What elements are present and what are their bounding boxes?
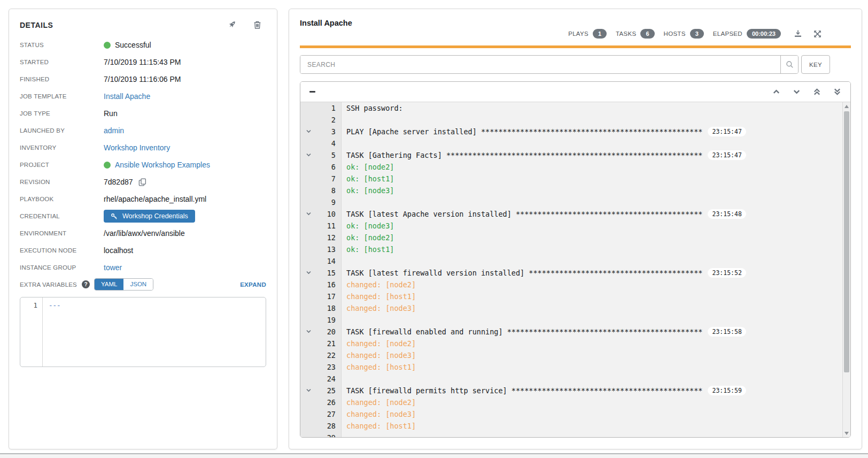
log-line: 10TASK [latest Apache version installed]… xyxy=(300,208,842,220)
log-line-number: 8 xyxy=(300,185,342,196)
detail-label-project: PROJECT xyxy=(20,162,104,168)
expand-output-button[interactable] xyxy=(813,30,821,38)
detail-value-launched-by: admin xyxy=(104,126,124,135)
log-line-number: 2 xyxy=(300,114,342,126)
log-line-text: changed: [node3] xyxy=(342,408,416,420)
log-line: 3PLAY [Apache server installed] ********… xyxy=(300,126,842,138)
stat-badge: 6 xyxy=(640,29,654,39)
search-input[interactable] xyxy=(300,56,780,73)
download-icon xyxy=(794,29,802,38)
log-line-text: changed: [node3] xyxy=(342,349,416,361)
detail-row-project: PROJECTAnsible Workshop Examples xyxy=(20,156,266,173)
detail-inventory-value[interactable]: Workshop Inventory xyxy=(104,143,170,152)
log-line-text: SSH password: xyxy=(342,102,403,114)
log-line-number: 23 xyxy=(300,361,342,373)
expand-task-icon[interactable] xyxy=(306,128,312,134)
log-lines: 1SSH password:23PLAY [Apache server inst… xyxy=(300,102,842,438)
log-line-number: 5 xyxy=(300,149,342,161)
detail-row-launched-by: LAUNCHED BYadmin xyxy=(20,122,266,139)
log-line-text: TASK [Gathering Facts] *****************… xyxy=(342,149,702,161)
detail-row-finished: FINISHED7/10/2019 11:16:06 PM xyxy=(20,71,266,88)
log-line-number: 1 xyxy=(300,102,342,114)
log-line-text: ok: [node3] xyxy=(342,185,394,196)
log-line-number: 20 xyxy=(300,326,342,338)
log-line-number: 29 xyxy=(300,432,342,438)
log-line: 12ok: [node2] xyxy=(300,232,842,243)
expand-variables-link[interactable]: EXPAND xyxy=(240,281,266,288)
output-actions xyxy=(794,29,821,38)
stat-plays: PLAYS1 xyxy=(568,29,607,39)
detail-row-status: STATUSSuccessful xyxy=(20,36,266,54)
relaunch-button[interactable] xyxy=(227,20,237,30)
log-line-number: 13 xyxy=(300,243,342,255)
scrollbar-down-arrow[interactable] xyxy=(844,432,849,435)
expand-task-icon[interactable] xyxy=(306,211,312,217)
event-time-badge: 23:15:58 xyxy=(708,327,746,337)
detail-value-playbook: rhel/apache/apache_install.yml xyxy=(104,195,206,203)
detail-row-environment: ENVIRONMENT/var/lib/awx/venv/ansible xyxy=(20,225,266,242)
log-line: 20TASK [firewalld enabled and running] *… xyxy=(300,326,842,338)
expand-task-icon[interactable] xyxy=(306,270,312,276)
editor-content[interactable]: --- xyxy=(43,297,266,367)
detail-job-template-value[interactable]: Install Apache xyxy=(104,92,150,101)
scrollbar-thumb[interactable] xyxy=(844,111,849,372)
expand-task-icon[interactable] xyxy=(306,152,312,158)
expand-task-icon[interactable] xyxy=(306,329,312,334)
detail-row-revision: REVISION7d82d87 xyxy=(20,173,266,190)
search-submit-button[interactable] xyxy=(780,56,798,73)
scroll-controls xyxy=(772,88,841,96)
log-line: 27changed: [node3] xyxy=(300,408,842,420)
delete-button[interactable] xyxy=(253,20,262,30)
copy-icon[interactable] xyxy=(138,178,146,186)
log-line-text xyxy=(342,432,346,438)
collapse-all-icon[interactable] xyxy=(309,91,315,93)
status-dot xyxy=(104,162,111,169)
detail-label-instance-group: INSTANCE GROUP xyxy=(20,264,104,271)
double-chevron-up-icon[interactable] xyxy=(813,88,821,96)
log-line-number: 27 xyxy=(300,408,342,420)
extra-variables-editor[interactable]: 1 --- xyxy=(20,297,266,367)
detail-execution-node-value: localhost xyxy=(104,246,133,255)
event-time-badge: 23:15:59 xyxy=(708,386,746,395)
double-chevron-down-icon[interactable] xyxy=(833,88,841,96)
credential-badge[interactable]: Workshop Credentials xyxy=(104,210,195,223)
log-line-text xyxy=(342,255,346,267)
log-line-text: changed: [node2] xyxy=(342,338,416,349)
detail-project-value[interactable]: Ansible Workshop Examples xyxy=(115,161,210,169)
detail-label-finished: FINISHED xyxy=(20,76,104,82)
help-icon[interactable]: ? xyxy=(82,280,90,288)
expand-task-icon[interactable] xyxy=(306,387,312,393)
detail-label-credential: CREDENTIAL xyxy=(20,213,104,219)
stat-elapsed: ELAPSED00:00:23 xyxy=(713,29,781,39)
details-header: DETAILS xyxy=(20,20,266,30)
stat-badge: 3 xyxy=(690,29,704,39)
yaml-toggle-button[interactable]: YAML xyxy=(95,279,123,290)
chevron-down-icon[interactable] xyxy=(793,88,801,96)
log-line: 9 xyxy=(300,196,842,208)
detail-value-instance-group: tower xyxy=(104,263,122,272)
log-line: 25TASK [firewalld permits http service] … xyxy=(300,385,842,396)
download-output-button[interactable] xyxy=(794,29,802,38)
log-line-text: changed: [node2] xyxy=(342,396,416,408)
log-line-number: 15 xyxy=(300,267,342,279)
scrollbar-up-arrow[interactable] xyxy=(844,105,849,108)
detail-environment-value: /var/lib/awx/venv/ansible xyxy=(104,229,185,238)
detail-value-finished: 7/10/2019 11:16:06 PM xyxy=(104,75,181,83)
detail-label-status: STATUS xyxy=(20,42,104,48)
detail-label-revision: REVISION xyxy=(20,179,104,185)
job-progress-bar xyxy=(300,45,851,48)
detail-playbook-value: rhel/apache/apache_install.yml xyxy=(104,195,206,203)
detail-instance-group-value[interactable]: tower xyxy=(104,263,122,272)
output-log-panel: 1SSH password:23PLAY [Apache server inst… xyxy=(300,81,851,438)
detail-launched-by-value[interactable]: admin xyxy=(104,126,124,135)
log-line-text: ok: [host1] xyxy=(342,243,394,255)
log-line-number: 14 xyxy=(300,255,342,267)
search-key-button[interactable]: KEY xyxy=(801,55,830,74)
detail-label-job-template: JOB TEMPLATE xyxy=(20,93,104,100)
output-scrollbar[interactable] xyxy=(842,102,850,438)
chevron-up-icon[interactable] xyxy=(772,88,780,96)
log-line-number: 18 xyxy=(300,302,342,314)
stat-hosts: HOSTS3 xyxy=(664,29,704,39)
json-toggle-button[interactable]: JSON xyxy=(123,279,153,290)
detail-row-job-template: JOB TEMPLATEInstall Apache xyxy=(20,88,266,105)
